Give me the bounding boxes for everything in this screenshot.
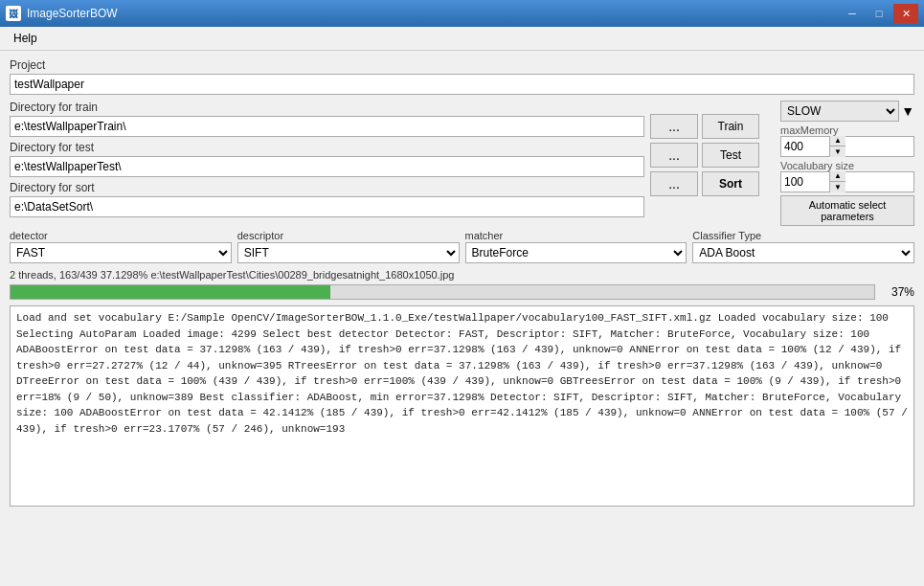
progress-bar-background (10, 284, 875, 300)
dropdowns-row: detector FAST SIFT SURF ORB descriptor S… (10, 230, 914, 263)
train-button[interactable]: Train (702, 114, 759, 139)
maximize-button[interactable]: □ (867, 4, 891, 23)
classifier-label: Classifier Type (692, 230, 914, 241)
dir-test-input[interactable] (10, 156, 644, 177)
detector-label: detector (10, 230, 232, 241)
progress-bar-container: 37% (10, 284, 914, 300)
vocab-size-down[interactable]: ▼ (830, 182, 845, 192)
app-icon: 🖼 (6, 6, 21, 21)
dir-test-group: Directory for test (10, 141, 644, 177)
vocab-size-up[interactable]: ▲ (830, 171, 845, 182)
sort-button[interactable]: Sort (702, 171, 759, 196)
directories-section: Directory for train Directory for test D… (10, 101, 644, 226)
max-memory-arrows: ▲ ▼ (829, 136, 845, 157)
window-controls: ─ □ ✕ (840, 4, 918, 23)
vocab-size-arrows: ▲ ▼ (829, 171, 845, 192)
dir-test-label: Directory for test (10, 141, 644, 154)
vocab-size-label: Vocalubary size (780, 160, 914, 171)
app-title: ImageSorterBOW (27, 7, 840, 20)
dir-train-input[interactable] (10, 116, 644, 137)
vocab-size-input[interactable] (781, 172, 829, 192)
top-section: Directory for train Directory for test D… (10, 101, 914, 226)
test-button[interactable]: Test (702, 143, 759, 168)
max-memory-spinbox: ▲ ▼ (780, 136, 914, 157)
dir-train-group: Directory for train (10, 101, 644, 137)
browse-test-button[interactable]: ... (650, 143, 698, 168)
right-panel: SLOW FAST MEDIUM ▼ maxMemory ▲ ▼ (780, 101, 914, 226)
descriptor-select[interactable]: SIFT SURF ORB BRIEF (237, 242, 460, 263)
speed-row: SLOW FAST MEDIUM ▼ (780, 101, 914, 122)
train-row: ... Train (650, 114, 775, 139)
detector-group: detector FAST SIFT SURF ORB (10, 230, 232, 263)
close-button[interactable]: ✕ (893, 4, 918, 23)
progress-percent: 37% (881, 285, 914, 299)
dir-sort-label: Directory for sort (10, 181, 644, 194)
descriptor-label: descriptor (237, 230, 460, 241)
max-memory-down[interactable]: ▼ (830, 146, 845, 157)
dir-train-label: Directory for train (10, 101, 644, 114)
max-memory-up[interactable]: ▲ (830, 136, 845, 146)
project-label: Project (10, 58, 914, 72)
max-memory-group: maxMemory ▲ ▼ (780, 124, 914, 157)
progress-bar-fill (11, 285, 330, 299)
matcher-label: matcher (465, 230, 687, 241)
minimize-button[interactable]: ─ (840, 4, 865, 23)
detector-select[interactable]: FAST SIFT SURF ORB (10, 242, 232, 263)
status-text: 2 threads, 163/439 37.1298% e:\testWallp… (10, 269, 914, 281)
test-row: ... Test (650, 143, 775, 168)
matcher-select[interactable]: BruteForce FLANN (465, 242, 687, 263)
max-memory-input[interactable] (781, 137, 829, 156)
matcher-group: matcher BruteForce FLANN (465, 230, 687, 263)
classifier-group: Classifier Type ADA Boost ANN RTree DTre… (692, 230, 914, 263)
sort-row: ... Sort (650, 171, 775, 196)
descriptor-group: descriptor SIFT SURF ORB BRIEF (237, 230, 460, 263)
browse-train-button[interactable]: ... (650, 114, 698, 139)
log-area[interactable]: Load and set vocabulary E:/Sample OpenCV… (10, 305, 914, 507)
dir-sort-group: Directory for sort (10, 181, 644, 217)
vocab-size-spinbox: ▲ ▼ (780, 171, 914, 192)
project-input[interactable] (10, 74, 914, 95)
dir-sort-input[interactable] (10, 196, 644, 217)
max-memory-label: maxMemory (780, 124, 914, 136)
speed-select[interactable]: SLOW FAST MEDIUM (780, 101, 899, 122)
main-content: Project Directory for train Directory fo… (0, 51, 924, 514)
action-buttons-section: ... Train ... Test ... Sort (650, 101, 775, 226)
menu-help[interactable]: Help (4, 29, 47, 48)
vocab-size-group: Vocalubary size ▲ ▼ (780, 160, 914, 192)
browse-sort-button[interactable]: ... (650, 171, 698, 196)
classifier-select[interactable]: ADA Boost ANN RTree DTree GBTree (692, 242, 914, 263)
speed-dropdown-arrow[interactable]: ▼ (901, 103, 914, 119)
title-bar: 🖼 ImageSorterBOW ─ □ ✕ (0, 0, 924, 27)
menu-bar: Help (0, 27, 924, 51)
auto-select-button[interactable]: Automatic select parameters (780, 195, 914, 226)
